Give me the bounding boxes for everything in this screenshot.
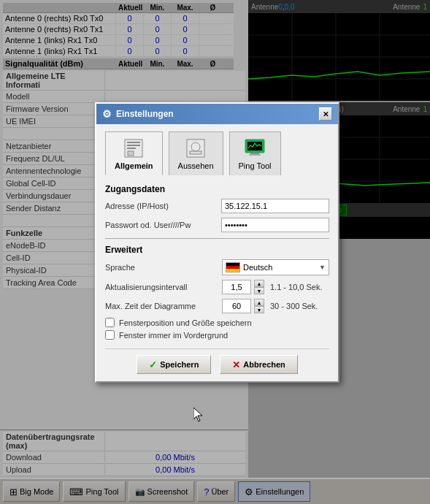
update-interval-up[interactable]: ▲ xyxy=(254,280,264,287)
checkbox-row-1: Fensterposition und Größe speichern xyxy=(105,318,329,327)
password-label: Passwort od. User////Pw xyxy=(105,221,221,229)
zugangsdaten-title: Zugangsdaten xyxy=(105,184,329,194)
checkbox-row-2: Fenster immer im Vordergrund xyxy=(105,330,329,340)
tab-pingtool-label: Ping Tool xyxy=(239,161,272,170)
modal-body: Allgemein Aussehen xyxy=(96,124,338,381)
monitor-icon xyxy=(243,137,266,160)
erweitert-title: Erweitert xyxy=(105,245,329,255)
svg-rect-13 xyxy=(127,142,140,143)
address-label: Adresse (IP/Host) xyxy=(105,202,221,210)
svg-rect-19 xyxy=(190,151,201,154)
save-icon: ✓ xyxy=(149,359,157,370)
settings-modal: ⚙ Einstellungen ✕ Allgemein xyxy=(95,102,339,383)
tab-allgemein[interactable]: Allgemein xyxy=(105,131,163,175)
svg-rect-14 xyxy=(127,145,140,146)
max-time-label: Max. Zeit der Diagramme xyxy=(105,302,222,310)
checkbox-fensterposition-label: Fensterposition und Größe speichern xyxy=(119,318,252,327)
tab-aussehen-label: Aussehen xyxy=(178,161,214,170)
password-row: Passwort od. User////Pw xyxy=(105,218,329,232)
svg-rect-22 xyxy=(250,153,259,154)
cancel-icon: ✕ xyxy=(232,359,240,370)
cancel-button[interactable]: ✕ Abbrechen xyxy=(220,355,297,374)
update-interval-row: Aktualisierungsintervall ▲ ▼ 1.1 - 10,0 … xyxy=(105,280,329,294)
max-time-row: Max. Zeit der Diagramme ▲ ▼ 30 - 300 Sek… xyxy=(105,299,329,313)
aussehen-icon xyxy=(184,137,207,160)
max-time-down[interactable]: ▼ xyxy=(254,306,264,313)
modal-tabs: Allgemein Aussehen xyxy=(105,131,329,175)
update-interval-input[interactable] xyxy=(222,280,251,294)
sprache-select-container: Deutsch ▼ xyxy=(222,259,329,275)
tab-aussehen[interactable]: Aussehen xyxy=(169,131,223,175)
checkbox-fensterposition[interactable] xyxy=(105,318,115,327)
pingtool-icon xyxy=(243,137,266,160)
update-interval-label: Aktualisierungsintervall xyxy=(105,283,222,291)
tab-pingtool[interactable]: Ping Tool xyxy=(229,131,281,175)
palette-icon xyxy=(184,137,207,160)
max-time-arrows: ▲ ▼ xyxy=(254,299,264,313)
update-interval-hint: 1.1 - 10,0 Sek. xyxy=(270,283,323,291)
modal-title-group: ⚙ Einstellungen xyxy=(102,108,174,120)
max-time-up[interactable]: ▲ xyxy=(254,299,264,306)
modal-titlebar: ⚙ Einstellungen ✕ xyxy=(96,104,338,124)
sprache-value: Deutsch xyxy=(243,263,319,272)
modal-title-text: Einstellungen xyxy=(116,109,174,119)
sprache-dropdown-icon[interactable]: ▼ xyxy=(319,264,326,271)
settings-page-icon xyxy=(122,137,145,160)
svg-rect-16 xyxy=(128,151,134,156)
update-interval-control: ▲ ▼ 1.1 - 10,0 Sek. xyxy=(222,280,323,294)
svg-rect-15 xyxy=(127,148,136,149)
update-interval-arrows: ▲ ▼ xyxy=(254,280,264,294)
sprache-row: Sprache Deutsch ▼ xyxy=(105,259,329,275)
svg-rect-23 xyxy=(249,154,261,156)
max-time-hint: 30 - 300 Sek. xyxy=(270,302,318,310)
sprache-label: Sprache xyxy=(105,263,222,272)
modal-close-button[interactable]: ✕ xyxy=(319,107,332,121)
address-input[interactable] xyxy=(221,199,329,213)
max-time-control: ▲ ▼ 30 - 300 Sek. xyxy=(222,299,318,313)
checkbox-fenster-vordergrund-label: Fenster immer im Vordergrund xyxy=(119,331,228,340)
form-divider xyxy=(105,238,329,239)
modal-footer: ✓ Speichern ✕ Abbrechen xyxy=(105,348,329,374)
flag-de xyxy=(226,262,240,272)
cancel-label: Abbrechen xyxy=(243,360,285,369)
save-label: Speichern xyxy=(160,360,199,369)
update-interval-down[interactable]: ▼ xyxy=(254,287,264,294)
address-row: Adresse (IP/Host) xyxy=(105,199,329,213)
allgemein-icon xyxy=(122,137,145,160)
save-button[interactable]: ✓ Speichern xyxy=(137,355,211,374)
password-input[interactable] xyxy=(221,218,329,232)
gear-icon: ⚙ xyxy=(102,108,112,120)
tab-allgemein-label: Allgemein xyxy=(115,161,153,170)
checkbox-fenster-vordergrund[interactable] xyxy=(105,330,115,340)
max-time-input[interactable] xyxy=(222,299,251,313)
